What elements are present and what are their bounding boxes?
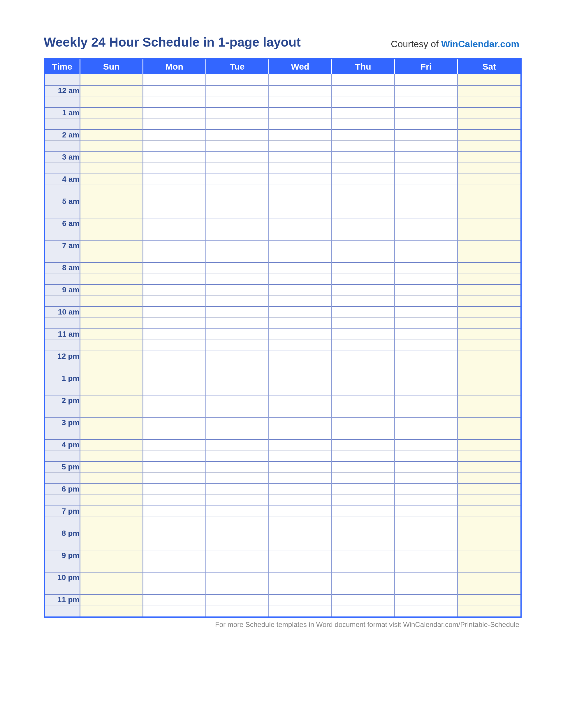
schedule-cell[interactable]	[395, 594, 458, 605]
schedule-cell[interactable]	[80, 130, 143, 141]
schedule-cell[interactable]	[269, 152, 332, 163]
schedule-cell[interactable]	[458, 273, 520, 285]
schedule-cell[interactable]	[143, 594, 206, 605]
schedule-cell[interactable]	[395, 340, 458, 351]
schedule-cell[interactable]	[332, 207, 395, 218]
schedule-cell[interactable]	[395, 119, 458, 130]
schedule-cell[interactable]	[206, 594, 269, 605]
schedule-cell[interactable]	[269, 218, 332, 229]
schedule-cell[interactable]	[143, 572, 206, 583]
schedule-cell[interactable]	[458, 185, 520, 196]
schedule-cell[interactable]	[395, 318, 458, 329]
schedule-cell[interactable]	[80, 384, 143, 395]
schedule-cell[interactable]	[332, 152, 395, 163]
schedule-cell[interactable]	[80, 417, 143, 428]
schedule-cell[interactable]	[395, 495, 458, 506]
schedule-cell[interactable]	[395, 240, 458, 251]
schedule-cell[interactable]	[206, 130, 269, 141]
schedule-cell[interactable]	[332, 506, 395, 517]
schedule-cell[interactable]	[206, 340, 269, 351]
schedule-cell[interactable]	[206, 572, 269, 583]
schedule-cell[interactable]	[143, 85, 206, 96]
schedule-cell[interactable]	[206, 163, 269, 174]
schedule-cell[interactable]	[143, 439, 206, 450]
schedule-cell[interactable]	[206, 107, 269, 119]
schedule-cell[interactable]	[395, 141, 458, 152]
schedule-cell[interactable]	[80, 251, 143, 262]
schedule-cell[interactable]	[395, 473, 458, 484]
schedule-cell[interactable]	[395, 329, 458, 340]
schedule-cell[interactable]	[143, 528, 206, 539]
schedule-cell[interactable]	[269, 207, 332, 218]
schedule-cell[interactable]	[143, 96, 206, 107]
footer-link[interactable]: WinCalendar.com/Printable-Schedule	[403, 621, 519, 628]
schedule-cell[interactable]	[332, 96, 395, 107]
schedule-cell[interactable]	[143, 262, 206, 273]
schedule-cell[interactable]	[332, 561, 395, 572]
schedule-cell[interactable]	[80, 229, 143, 240]
schedule-cell[interactable]	[458, 307, 520, 318]
schedule-cell[interactable]	[206, 273, 269, 285]
schedule-cell[interactable]	[269, 262, 332, 273]
schedule-cell[interactable]	[269, 340, 332, 351]
schedule-cell[interactable]	[206, 207, 269, 218]
schedule-cell[interactable]	[80, 506, 143, 517]
schedule-cell[interactable]	[80, 428, 143, 439]
schedule-cell[interactable]	[143, 362, 206, 373]
schedule-cell[interactable]	[206, 428, 269, 439]
schedule-cell[interactable]	[206, 406, 269, 417]
schedule-cell[interactable]	[206, 152, 269, 163]
schedule-cell[interactable]	[143, 318, 206, 329]
schedule-cell[interactable]	[269, 583, 332, 594]
schedule-cell[interactable]	[206, 329, 269, 340]
schedule-cell[interactable]	[80, 262, 143, 273]
schedule-cell[interactable]	[332, 174, 395, 185]
schedule-cell[interactable]	[143, 550, 206, 561]
schedule-cell[interactable]	[269, 285, 332, 296]
schedule-cell[interactable]	[80, 285, 143, 296]
schedule-cell[interactable]	[458, 506, 520, 517]
schedule-cell[interactable]	[206, 462, 269, 473]
schedule-cell[interactable]	[269, 406, 332, 417]
schedule-cell[interactable]	[332, 539, 395, 550]
schedule-cell[interactable]	[458, 384, 520, 395]
schedule-cell[interactable]	[269, 240, 332, 251]
schedule-cell[interactable]	[206, 506, 269, 517]
schedule-cell[interactable]	[332, 218, 395, 229]
schedule-cell[interactable]	[458, 539, 520, 550]
schedule-cell[interactable]	[269, 539, 332, 550]
schedule-cell[interactable]	[80, 141, 143, 152]
courtesy-link[interactable]: WinCalendar.com	[441, 39, 519, 49]
schedule-cell[interactable]	[395, 462, 458, 473]
schedule-cell[interactable]	[206, 417, 269, 428]
schedule-cell[interactable]	[332, 251, 395, 262]
schedule-cell[interactable]	[206, 362, 269, 373]
schedule-cell[interactable]	[269, 450, 332, 462]
schedule-cell[interactable]	[395, 406, 458, 417]
schedule-cell[interactable]	[143, 285, 206, 296]
schedule-cell[interactable]	[80, 296, 143, 307]
schedule-cell[interactable]	[458, 473, 520, 484]
schedule-cell[interactable]	[458, 594, 520, 605]
schedule-cell[interactable]	[458, 450, 520, 462]
schedule-cell[interactable]	[269, 572, 332, 583]
schedule-cell[interactable]	[332, 517, 395, 528]
schedule-cell[interactable]	[395, 229, 458, 240]
schedule-cell[interactable]	[206, 85, 269, 96]
schedule-cell[interactable]	[332, 196, 395, 207]
schedule-cell[interactable]	[206, 539, 269, 550]
schedule-cell[interactable]	[332, 550, 395, 561]
schedule-cell[interactable]	[143, 340, 206, 351]
schedule-cell[interactable]	[80, 473, 143, 484]
schedule-cell[interactable]	[206, 561, 269, 572]
schedule-cell[interactable]	[395, 285, 458, 296]
schedule-cell[interactable]	[80, 583, 143, 594]
schedule-cell[interactable]	[206, 473, 269, 484]
schedule-cell[interactable]	[332, 318, 395, 329]
schedule-cell[interactable]	[458, 583, 520, 594]
schedule-cell[interactable]	[80, 240, 143, 251]
schedule-cell[interactable]	[80, 273, 143, 285]
schedule-cell[interactable]	[395, 207, 458, 218]
schedule-cell[interactable]	[458, 406, 520, 417]
schedule-cell[interactable]	[143, 229, 206, 240]
